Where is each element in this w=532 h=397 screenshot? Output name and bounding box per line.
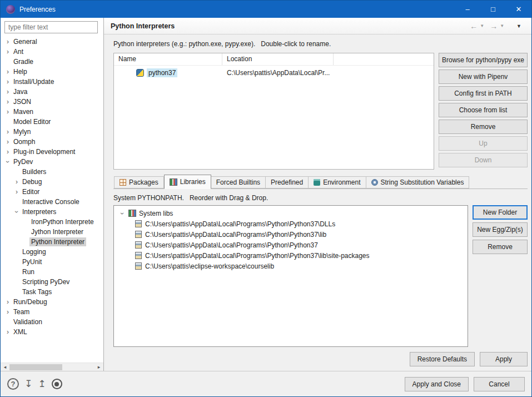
column-header-name[interactable]: Name <box>114 53 222 65</box>
expand-icon[interactable]: › <box>13 178 21 185</box>
expand-icon[interactable]: › <box>4 148 12 155</box>
sidebar-item-run[interactable]: Run <box>1 267 103 277</box>
sidebar-item-gradle[interactable]: Gradle <box>1 57 103 67</box>
scrollbar-thumb[interactable] <box>9 364 62 370</box>
expand-icon[interactable]: › <box>4 309 12 315</box>
down-button[interactable]: Down <box>439 153 528 167</box>
sidebar-item-maven[interactable]: ›Maven <box>1 107 103 117</box>
sidebar-item-task-tags[interactable]: Task Tags <box>1 287 103 297</box>
sidebar-item-install-update[interactable]: ›Install/Update <box>1 77 103 87</box>
back-dropdown-icon[interactable]: ▼ <box>480 23 484 28</box>
sidebar-item-help[interactable]: ›Help <box>1 67 103 77</box>
forward-icon[interactable]: → <box>490 22 498 31</box>
sidebar-item-interpreters[interactable]: ›Interpreters <box>1 207 103 217</box>
sidebar-item-run-debug[interactable]: ›Run/Debug <box>1 297 103 307</box>
sidebar-item-team[interactable]: ›Team <box>1 307 103 317</box>
sidebar-item-validation[interactable]: Validation <box>1 317 103 327</box>
library-path-item[interactable]: C:\Users\pattis\eclipse-workspace\course… <box>114 261 468 271</box>
expand-icon[interactable]: › <box>13 188 21 195</box>
expand-icon[interactable]: › <box>4 38 12 45</box>
browse-for-python-pypy-exe-button[interactable]: Browse for python/pypy exe <box>439 53 528 67</box>
sidebar-item-general[interactable]: ›General <box>1 37 103 47</box>
sidebar-item-xml[interactable]: ›XML <box>1 327 103 337</box>
sidebar-item-debug[interactable]: ›Debug <box>1 177 103 187</box>
expand-icon[interactable]: › <box>4 68 12 75</box>
tab-forced-builtins[interactable]: Forced Builtins <box>211 176 266 188</box>
collapse-icon[interactable]: › <box>119 210 126 217</box>
sidebar-item-logging[interactable]: Logging <box>1 247 103 257</box>
remove-button[interactable]: Remove <box>473 240 528 254</box>
library-path-item[interactable]: C:\Users\pattis\AppData\Local\Programs\P… <box>114 250 468 261</box>
sidebar-item-python-interpreter[interactable]: Python Interpreter <box>1 237 103 247</box>
sidebar-item-json[interactable]: ›JSON <box>1 97 103 107</box>
expand-icon[interactable]: › <box>4 98 12 105</box>
sidebar-item-plug-in-development[interactable]: ›Plug-in Development <box>1 147 103 157</box>
library-path-item[interactable]: C:\Users\pattis\AppData\Local\Programs\P… <box>114 229 468 240</box>
remove-button[interactable]: Remove <box>439 120 528 134</box>
back-icon[interactable]: ← <box>470 22 478 31</box>
system-libs-root[interactable]: › System libs <box>114 208 468 219</box>
interpreter-name-cell[interactable]: python37 <box>114 68 222 77</box>
restore-defaults-button[interactable]: Restore Defaults <box>410 352 475 366</box>
scrollbar-track[interactable] <box>9 363 95 371</box>
help-icon[interactable]: ? <box>7 378 19 390</box>
new-folder-button[interactable]: New Folder <box>473 205 528 220</box>
sidebar-item-builders[interactable]: Builders <box>1 167 103 177</box>
expand-icon[interactable]: › <box>4 88 12 95</box>
table-row[interactable]: python37 C:\Users\pattis\AppData\Local\P… <box>114 67 434 78</box>
sidebar-item-model-editor[interactable]: Model Editor <box>1 117 103 127</box>
library-path-item[interactable]: C:\Users\pattis\AppData\Local\Programs\P… <box>114 219 468 229</box>
expand-icon[interactable]: › <box>4 128 12 135</box>
cancel-button[interactable]: Cancel <box>474 377 525 391</box>
filter-input[interactable] <box>4 21 98 33</box>
sidebar-item-pyunit[interactable]: PyUnit <box>1 257 103 267</box>
sidebar-horizontal-scrollbar[interactable]: ◂ ▸ <box>1 363 103 371</box>
interpreters-table[interactable]: Name Location python37 C:\Users\pattis\A… <box>113 53 434 170</box>
config-first-in-path-button[interactable]: Config first in PATH <box>439 86 528 101</box>
expand-icon[interactable]: › <box>4 299 12 305</box>
tab-packages[interactable]: Packages <box>114 176 164 188</box>
apply-and-close-button[interactable]: Apply and Close <box>405 377 469 391</box>
tab-string-substitution-variables[interactable]: String Substitution Variables <box>366 176 470 188</box>
new-egg-zip-s-button[interactable]: New Egg/Zip(s) <box>473 222 528 237</box>
up-button[interactable]: Up <box>439 136 528 151</box>
sidebar-item-interactive-console[interactable]: Interactive Console <box>1 197 103 207</box>
expand-icon[interactable]: › <box>4 138 12 145</box>
scroll-right-icon[interactable]: ▸ <box>95 364 103 370</box>
close-button[interactable]: ✕ <box>506 1 531 18</box>
sidebar-item-java[interactable]: ›Java <box>1 87 103 97</box>
sidebar-item-editor[interactable]: ›Editor <box>1 187 103 197</box>
sidebar-item-label: Logging <box>21 247 48 256</box>
sidebar-item-oomph[interactable]: ›Oomph <box>1 137 103 147</box>
forward-dropdown-icon[interactable]: ▼ <box>500 23 504 28</box>
view-menu-icon[interactable]: ▼ <box>516 23 521 29</box>
new-with-pipenv-button[interactable]: New with Pipenv <box>439 70 528 84</box>
minimize-button[interactable]: – <box>455 1 480 18</box>
sidebar-item-ironpython-interprete[interactable]: IronPython Interprete <box>1 217 103 227</box>
tab-environment[interactable]: Environment <box>309 176 366 188</box>
collapse-icon[interactable]: › <box>13 208 20 216</box>
sidebar-item-jython-interpreter[interactable]: Jython Interpreter <box>1 227 103 237</box>
choose-from-list-button[interactable]: Choose from list <box>439 103 528 117</box>
system-pythonpath-list[interactable]: › System libs C:\Users\pattis\AppData\Lo… <box>113 205 468 347</box>
tab-libraries[interactable]: Libraries <box>164 175 211 189</box>
column-header-location[interactable]: Location <box>222 53 334 65</box>
sidebar-item-pydev[interactable]: ›PyDev <box>1 157 103 167</box>
maximize-button[interactable]: □ <box>480 1 506 18</box>
expand-icon[interactable]: › <box>4 48 12 55</box>
library-path-item[interactable]: C:\Users\pattis\AppData\Local\Programs\P… <box>114 240 468 250</box>
tab-predefined[interactable]: Predefined <box>266 176 309 188</box>
export-preferences-icon[interactable]: ↥ <box>38 379 46 389</box>
collapse-icon[interactable]: › <box>4 158 11 166</box>
import-preferences-icon[interactable]: ↧ <box>24 379 32 389</box>
expand-icon[interactable]: › <box>4 108 12 115</box>
sidebar-item-mylyn[interactable]: ›Mylyn <box>1 127 103 137</box>
expand-icon[interactable]: › <box>4 78 12 85</box>
sidebar-item-ant[interactable]: ›Ant <box>1 47 103 57</box>
sidebar-item-scripting-pydev[interactable]: Scripting PyDev <box>1 277 103 287</box>
sidebar-item-label: Validation <box>12 317 44 326</box>
expand-icon[interactable]: › <box>4 329 12 335</box>
record-preferences-icon[interactable] <box>52 379 62 389</box>
apply-button[interactable]: Apply <box>480 352 528 366</box>
scroll-left-icon[interactable]: ◂ <box>1 364 9 370</box>
